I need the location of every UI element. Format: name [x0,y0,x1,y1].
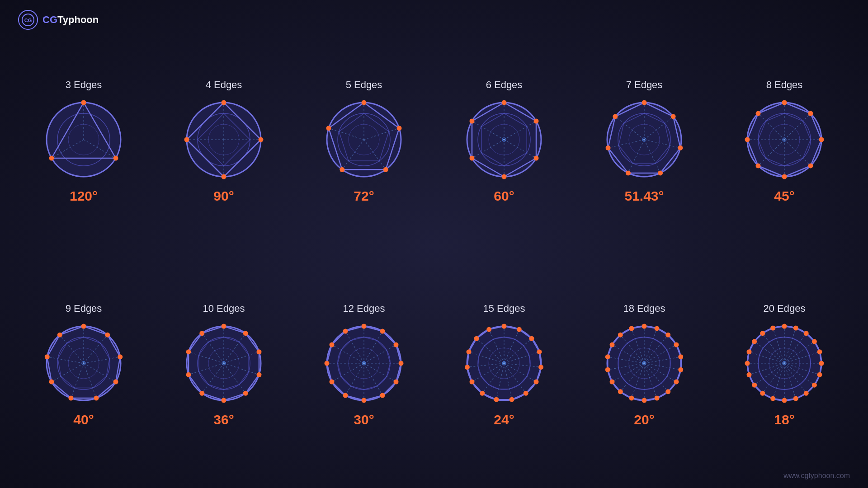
cell-9-edges: 9 Edges 40° [18,255,149,474]
svg-point-95 [782,100,787,105]
svg-point-261 [605,367,610,372]
polygon-svg-9 [38,318,129,408]
cell-title-4: 4 Edges [206,79,242,91]
cell-title-5: 5 Edges [346,79,382,91]
cell-6-edges: 6 Edges 60° [439,32,570,251]
cell-title-18: 18 Edges [623,303,665,314]
svg-point-121 [118,354,123,359]
cell-angle-20: 18° [774,412,794,427]
cell-angle-3: 120° [70,188,98,204]
svg-point-22 [259,137,264,142]
svg-point-21 [222,100,226,105]
svg-point-181 [343,393,348,398]
svg-point-219 [465,365,470,370]
svg-point-10 [113,155,118,160]
svg-point-210 [529,336,534,341]
cell-title-6: 6 Edges [486,79,523,91]
polygon-svg-18 [599,318,689,408]
cell-title-7: 7 Edges [626,79,663,91]
svg-point-263 [609,342,614,347]
svg-point-38 [340,167,344,172]
cell-4-edges: 4 Edges 90° [158,32,289,251]
cell-8-edges: 8 Edges 45° [719,32,850,251]
polygon-svg-10 [179,318,269,408]
cell-18-edges: 18 Edges 20° [579,255,710,474]
svg-point-56 [502,174,507,179]
polygon-svg-5 [319,94,409,185]
svg-point-127 [57,332,62,337]
svg-point-182 [329,379,334,384]
svg-point-72 [643,139,645,141]
svg-point-257 [642,398,647,403]
svg-point-125 [49,379,54,384]
svg-point-214 [524,390,528,395]
polygon-svg-4 [179,94,269,185]
svg-point-310 [752,339,757,344]
svg-point-57 [469,155,474,160]
svg-point-102 [756,111,761,116]
svg-point-211 [537,349,542,354]
svg-point-9 [81,100,86,105]
svg-point-58 [469,118,474,123]
svg-point-176 [394,342,399,347]
cell-title-20: 20 Edges [764,303,806,314]
svg-point-212 [538,365,543,370]
cell-angle-9: 40° [73,412,94,427]
cell-angle-7: 51.43° [624,188,664,204]
cell-10-edges: 10 Edges 36° [158,255,289,474]
svg-point-76 [658,170,663,175]
svg-point-307 [747,372,752,377]
svg-point-184 [329,342,334,347]
svg-point-119 [81,324,86,328]
cell-5-edges: 5 Edges 72° [298,32,429,251]
svg-point-295 [804,331,809,336]
svg-point-303 [782,398,787,403]
svg-point-252 [678,354,683,359]
svg-point-148 [256,372,261,377]
svg-point-304 [770,396,775,401]
cell-3-edges: 3 Edges 120° [18,32,149,251]
svg-point-209 [517,327,522,332]
svg-point-99 [782,174,787,179]
polygon-svg-15 [459,318,549,408]
svg-point-248 [642,324,647,328]
svg-point-24 [184,137,189,142]
logo-text: CGTyphoon [42,14,99,26]
cell-angle-12: 30° [354,412,374,427]
cell-title-15: 15 Edges [483,303,525,314]
svg-point-213 [534,379,539,384]
svg-point-222 [486,327,491,332]
svg-point-264 [618,332,623,337]
cell-angle-5: 72° [354,188,374,204]
svg-point-23 [222,174,226,179]
svg-point-145 [222,324,226,328]
cell-title-9: 9 Edges [66,303,102,314]
svg-point-146 [243,331,248,336]
svg-text:CG: CG [24,18,32,23]
svg-point-100 [756,163,761,168]
svg-point-147 [256,349,261,354]
svg-point-123 [94,395,99,400]
svg-point-177 [399,361,404,366]
cell-angle-18: 20° [634,412,654,427]
polygon-svg-12 [319,318,409,408]
cell-angle-8: 45° [774,188,794,204]
svg-point-185 [343,328,348,333]
svg-point-36 [396,126,401,131]
svg-point-75 [678,145,683,150]
svg-point-260 [609,379,614,384]
svg-point-79 [613,114,618,119]
cell-7-edges: 7 Edges 51.43° [579,32,710,251]
cell-title-10: 10 Edges [203,303,245,314]
cell-angle-10: 36° [213,412,234,427]
svg-point-178 [394,379,399,384]
svg-point-259 [618,389,623,394]
svg-point-94 [783,139,785,141]
svg-point-152 [186,372,191,377]
svg-point-55 [534,155,539,160]
cell-title-12: 12 Edges [343,303,385,314]
svg-point-251 [674,342,679,347]
svg-point-126 [45,354,50,359]
svg-point-183 [325,361,330,366]
svg-point-265 [629,326,634,331]
